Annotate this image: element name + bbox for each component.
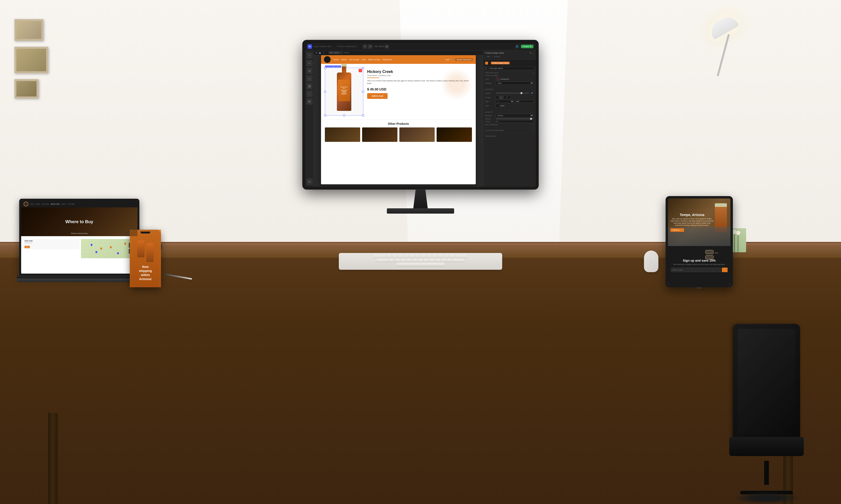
transforms-add-btn[interactable]: + [533,130,534,131]
clipping-select[interactable]: None [496,82,534,85]
key-quote[interactable] [447,258,452,262]
key-bracket-r[interactable] [450,254,455,258]
breakpoint-tablet[interactable]: 💻 [319,52,321,54]
blending-select[interactable]: Normal [496,114,534,117]
product-image-container[interactable]: Product Image Cutout [325,68,363,116]
key-w[interactable] [392,254,397,258]
mouse[interactable] [644,251,658,272]
other-product-3[interactable] [399,127,435,142]
pages-icon[interactable]: ≡ [306,60,313,66]
handle-top-right[interactable] [362,67,364,69]
selector-edit-btn[interactable]: ✏ [485,67,486,69]
laptop-nav-about[interactable]: About [36,203,40,205]
ecommerce-icon[interactable]: 🛒 [306,98,313,105]
key-l[interactable] [435,258,441,262]
nav-cart[interactable]: Cart 🛒 [446,58,452,61]
key-s[interactable] [395,258,400,262]
key-y[interactable] [415,254,420,258]
undo-btn[interactable]: ↩ [363,44,367,49]
nav-rickhouse[interactable]: Rickhouse [383,58,392,61]
backgrounds-add-btn[interactable]: + [533,72,534,74]
key-semi[interactable] [441,258,446,262]
key-u[interactable] [421,254,426,258]
nav-where-to-buy[interactable]: Where to Buy [368,58,380,61]
selector-input[interactable]: + More type options [487,67,534,69]
key-j[interactable] [424,258,429,262]
tablet-signup-btn[interactable]: → [722,268,727,272]
redo-btn[interactable]: ↪ [368,44,373,49]
laptop-nav-join[interactable]: Join Today [68,203,75,205]
tab-style[interactable]: Style [485,55,492,58]
tab-settings[interactable]: Settings [492,55,501,58]
tablet-home-btn[interactable] [696,287,702,288]
assets-icon[interactable]: 🖼 [306,83,313,89]
key-backspace[interactable] [455,254,467,258]
key-k[interactable] [429,258,435,262]
settings-icon[interactable]: ⚙ [306,179,313,185]
add-element-icon[interactable]: + [306,52,313,58]
border-color-swatch[interactable] [496,104,500,108]
fullscreen-btn[interactable]: ⤡ [359,69,362,72]
border-style-select[interactable]: — [496,100,514,103]
nav-lineup[interactable]: Our Lineup [349,58,359,61]
key-a[interactable] [389,258,394,262]
tablet-email-input[interactable] [671,268,721,272]
outline-remove-btn[interactable]: ✕ [496,121,497,123]
key-tab[interactable] [374,254,386,258]
radius-slider[interactable] [496,93,529,94]
panel-close-btn[interactable]: ... [532,52,534,54]
key-e[interactable] [398,254,403,258]
phone-power-btn[interactable] [161,244,162,250]
radius-link-btn[interactable]: 🔗 [530,91,534,95]
key-bracket-l[interactable] [444,254,449,258]
other-product-4[interactable] [436,127,472,142]
cms-icon[interactable]: ⬚ [306,91,313,97]
handle-bottom-mid[interactable] [343,114,345,116]
navigator-icon[interactable]: ⊞ [306,68,313,74]
phone-vol-down-btn[interactable] [129,249,130,254]
nav-visit[interactable]: Visit [362,58,365,61]
other-product-2[interactable] [362,127,397,142]
laptop-buy-btn[interactable]: Buy [24,246,30,248]
key-spacebar[interactable] [396,263,445,266]
key-r[interactable] [404,254,409,258]
key-q[interactable] [386,254,391,258]
key-caps[interactable] [377,258,389,262]
key-h[interactable] [418,258,423,262]
nav-about[interactable]: About [341,58,346,61]
handle-bottom-right[interactable] [362,114,364,116]
border-right-btn[interactable] [503,96,507,99]
nav-member[interactable]: Member Dashboard [455,58,473,61]
phone-vol-up-btn[interactable] [129,243,130,248]
key-p[interactable] [438,254,443,258]
key-d[interactable] [400,258,406,262]
outline-input[interactable] [498,120,534,123]
handle-top-left[interactable] [324,67,326,69]
components-icon[interactable]: ◇ [306,75,313,82]
key-o[interactable] [432,254,437,258]
opacity-slider[interactable] [496,118,534,119]
laptop-nav-home[interactable]: Home [30,203,34,205]
border-all-btn[interactable] [496,96,499,99]
key-i[interactable] [427,254,432,258]
laptop-nav-events[interactable]: Events [62,203,66,205]
key-f[interactable] [406,258,412,262]
breakpoint-desktop[interactable]: 🖥 [316,52,317,54]
panel-settings-btn[interactable]: ⚙ [530,52,532,54]
laptop-nav-lineup[interactable]: Our Lineup [42,203,49,205]
canvas-width-input[interactable] [328,51,343,54]
add-to-cart-button[interactable]: Add to Cart [367,93,388,99]
border-top-btn[interactable] [500,96,503,99]
handle-mid-right[interactable] [362,91,364,93]
key-t[interactable] [409,254,414,258]
color-picker-swatch[interactable] [496,77,500,81]
border-bottom-btn[interactable] [507,96,511,99]
laptop-nav-where-to-buy[interactable]: Where to Buy [51,203,59,205]
handle-mid-left[interactable] [324,91,326,93]
key-enter[interactable] [452,258,464,262]
breakpoint-mobile[interactable]: 📱 [323,52,325,54]
border-width-input[interactable] [515,100,534,103]
other-product-1[interactable] [325,127,360,142]
preview-btn[interactable]: ▶ [385,44,389,49]
publish-button[interactable]: Publish ▼ [521,44,533,48]
